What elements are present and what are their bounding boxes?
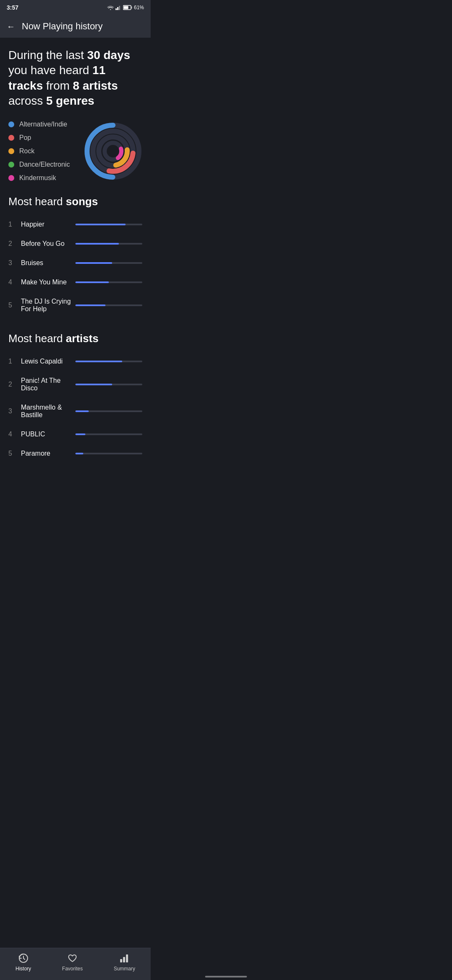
rank-number: 5 — [8, 302, 21, 309]
bar-track — [75, 243, 142, 245]
bar-container — [75, 384, 142, 385]
rank-number: 2 — [8, 240, 21, 248]
back-button[interactable]: ← — [7, 22, 15, 31]
table-row: 1 Lewis Capaldi — [8, 352, 142, 371]
artist-name: Marshmello & Bastille — [21, 404, 75, 419]
bar-container — [75, 224, 142, 225]
bar-fill — [75, 410, 89, 412]
table-row: 2 Panic! At The Disco — [8, 371, 142, 398]
bar-track — [75, 361, 142, 362]
genre-name: Pop — [19, 134, 31, 142]
rank-number: 3 — [8, 407, 21, 415]
genre-item: Pop — [8, 134, 70, 142]
main-content: During the last 30 days you have heard 1… — [0, 38, 151, 510]
bar-fill — [75, 243, 119, 245]
svg-rect-5 — [123, 6, 128, 9]
bar-container — [75, 281, 142, 283]
rank-number: 2 — [8, 381, 21, 388]
bar-fill — [75, 361, 122, 362]
song-name: The DJ Is Crying For Help — [21, 298, 75, 313]
bar-container — [75, 304, 142, 306]
status-bar: 3:57 61% — [0, 0, 151, 15]
artist-name: Lewis Capaldi — [21, 358, 75, 365]
battery-icon — [123, 5, 132, 10]
bar-fill — [75, 224, 126, 225]
bar-fill — [75, 304, 105, 306]
genre-color-dot — [8, 135, 14, 141]
song-name: Happier — [21, 221, 75, 228]
svg-rect-0 — [116, 8, 117, 10]
genre-color-dot — [8, 175, 14, 181]
genre-name: Kindermusik — [19, 174, 56, 182]
bar-track — [75, 410, 142, 412]
table-row: 3 Marshmello & Bastille — [8, 398, 142, 425]
bar-container — [75, 410, 142, 412]
svg-rect-2 — [119, 6, 120, 10]
genre-color-dot — [8, 162, 14, 168]
rank-number: 3 — [8, 259, 21, 267]
bar-container — [75, 453, 142, 454]
svg-rect-4 — [131, 7, 132, 9]
rank-number: 5 — [8, 450, 21, 457]
days-stat: 30 days — [87, 49, 130, 62]
genre-section: Alternative/Indie Pop Rock Dance/Electro… — [8, 121, 142, 182]
bar-track — [75, 281, 142, 283]
table-row: 3 Bruises — [8, 253, 142, 273]
signal-icon — [116, 5, 121, 10]
genre-name: Dance/Electronic — [19, 161, 70, 168]
song-name: Before You Go — [21, 240, 75, 248]
svg-rect-1 — [117, 7, 118, 10]
page-title: Now Playing history — [22, 21, 103, 32]
songs-section-title: Most heard songs — [8, 195, 142, 208]
genres-stat: 5 genres — [46, 94, 94, 107]
song-name: Make You Mine — [21, 279, 75, 286]
bar-fill — [75, 262, 112, 264]
table-row: 4 PUBLIC — [8, 425, 142, 444]
songs-list: 1 Happier 2 Before You Go 3 Bruises 4 Ma… — [8, 215, 142, 319]
table-row: 4 Make You Mine — [8, 273, 142, 292]
artist-name: Paramore — [21, 450, 75, 457]
genre-item: Kindermusik — [8, 174, 70, 182]
rank-number: 4 — [8, 431, 21, 438]
bar-track — [75, 433, 142, 435]
bar-track — [75, 262, 142, 264]
table-row: 1 Happier — [8, 215, 142, 234]
rank-number: 1 — [8, 358, 21, 365]
genre-item: Rock — [8, 147, 70, 155]
bar-fill — [75, 384, 112, 385]
bar-fill — [75, 453, 83, 454]
status-time: 3:57 — [7, 4, 18, 11]
rank-number: 1 — [8, 221, 21, 228]
bar-container — [75, 361, 142, 362]
genre-name: Rock — [19, 147, 34, 155]
bar-track — [75, 224, 142, 225]
genre-item: Alternative/Indie — [8, 121, 70, 128]
genre-item: Dance/Electronic — [8, 161, 70, 168]
rank-number: 4 — [8, 279, 21, 286]
bar-fill — [75, 281, 109, 283]
status-icons: 61% — [107, 5, 144, 10]
artist-name: Panic! At The Disco — [21, 377, 75, 392]
genre-name: Alternative/Indie — [19, 121, 67, 128]
stats-summary: During the last 30 days you have heard 1… — [8, 48, 142, 109]
bar-container — [75, 262, 142, 264]
bar-fill — [75, 433, 85, 435]
bar-track — [75, 304, 142, 306]
battery-percentage: 61% — [134, 5, 144, 10]
song-name: Bruises — [21, 259, 75, 267]
genre-list: Alternative/Indie Pop Rock Dance/Electro… — [8, 121, 70, 182]
genre-color-dot — [8, 148, 14, 154]
artist-name: PUBLIC — [21, 431, 75, 438]
table-row: 2 Before You Go — [8, 234, 142, 253]
wifi-icon — [107, 5, 114, 10]
bar-container — [75, 243, 142, 245]
bar-track — [75, 384, 142, 385]
artists-stat: 8 artists — [73, 79, 118, 92]
artists-section-title: Most heard artists — [8, 332, 142, 345]
bar-track — [75, 453, 142, 454]
genre-color-dot — [8, 121, 14, 127]
table-row: 5 The DJ Is Crying For Help — [8, 292, 142, 319]
bar-container — [75, 433, 142, 435]
table-row: 5 Paramore — [8, 444, 142, 463]
artists-list: 1 Lewis Capaldi 2 Panic! At The Disco 3 … — [8, 352, 142, 463]
